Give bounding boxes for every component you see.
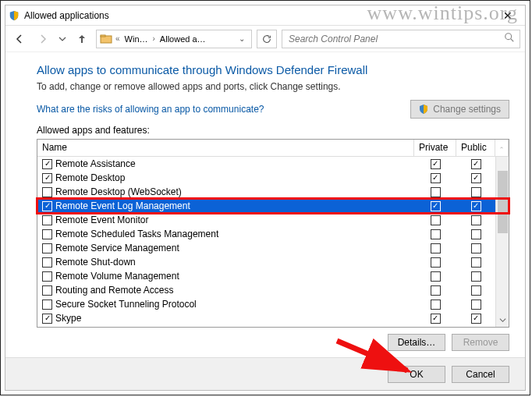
enable-checkbox[interactable]	[42, 159, 52, 169]
close-button[interactable]: ✕	[494, 9, 522, 22]
app-name: Remote Volume Management	[55, 271, 179, 282]
private-checkbox[interactable]	[431, 314, 441, 324]
svg-line-3	[511, 39, 514, 42]
public-checkbox[interactable]	[471, 173, 481, 183]
forward-button[interactable]	[34, 30, 52, 48]
shield-icon	[9, 10, 20, 21]
address-bar[interactable]: « Win… › Allowed a… ⌄	[96, 30, 252, 48]
scrollbar[interactable]	[495, 157, 509, 327]
enable-checkbox[interactable]	[42, 257, 52, 268]
public-checkbox[interactable]	[471, 201, 481, 211]
list-header: Name Private Public	[37, 140, 509, 157]
enable-checkbox[interactable]	[42, 314, 52, 324]
breadcrumb-level2[interactable]: Allowed a…	[158, 34, 207, 44]
public-checkbox[interactable]	[471, 159, 481, 169]
list-item[interactable]: Routing and Remote Access	[37, 283, 509, 297]
private-checkbox[interactable]	[431, 229, 441, 239]
public-checkbox[interactable]	[471, 229, 481, 239]
risk-link[interactable]: What are the risks of allowing an app to…	[37, 104, 264, 115]
list-item[interactable]: Remote Desktop (WebSocket)	[37, 185, 509, 199]
list-item[interactable]: Remote Assistance	[37, 157, 509, 171]
enable-checkbox[interactable]	[42, 201, 52, 211]
window-title: Allowed applications	[24, 10, 109, 21]
list-item[interactable]: Remote Service Management	[37, 241, 509, 255]
private-checkbox[interactable]	[431, 159, 441, 169]
change-settings-button[interactable]: Change settings	[410, 100, 509, 119]
list-item[interactable]: Remote Volume Management	[37, 269, 509, 283]
column-name[interactable]: Name	[37, 140, 414, 156]
enable-checkbox[interactable]	[42, 300, 52, 310]
private-checkbox[interactable]	[431, 215, 441, 225]
public-checkbox[interactable]	[471, 300, 481, 310]
private-checkbox[interactable]	[431, 257, 441, 268]
list-item[interactable]: Remote Shut-down	[37, 255, 509, 269]
list-item[interactable]: Remote Desktop	[37, 171, 509, 185]
enable-checkbox[interactable]	[42, 243, 52, 253]
public-checkbox[interactable]	[471, 314, 481, 324]
column-public[interactable]: Public	[456, 140, 495, 156]
page-heading: Allow apps to communicate through Window…	[37, 63, 509, 76]
enable-checkbox[interactable]	[42, 173, 52, 183]
chevron-left-icon: «	[115, 34, 120, 43]
details-button[interactable]: Details…	[388, 334, 445, 351]
private-checkbox[interactable]	[431, 271, 441, 282]
titlebar: Allowed applications ✕	[5, 5, 525, 26]
private-checkbox[interactable]	[431, 285, 441, 296]
app-name: Remote Event Monitor	[55, 214, 148, 225]
enable-checkbox[interactable]	[42, 187, 52, 197]
shield-icon	[419, 105, 428, 114]
search-input[interactable]	[287, 33, 504, 45]
list-item[interactable]: Remote Event Log Management	[37, 199, 509, 213]
public-checkbox[interactable]	[471, 257, 481, 268]
public-checkbox[interactable]	[471, 215, 481, 225]
app-name: Remote Event Log Management	[55, 200, 190, 211]
enable-checkbox[interactable]	[42, 285, 52, 296]
scroll-up-arrow[interactable]	[495, 140, 509, 156]
firewall-folder-icon	[100, 33, 112, 45]
svg-point-2	[505, 34, 512, 40]
public-checkbox[interactable]	[471, 285, 481, 296]
scrollbar-thumb[interactable]	[498, 171, 508, 233]
list-item[interactable]: Remote Scheduled Tasks Management	[37, 227, 509, 241]
app-name: Secure Socket Tunneling Protocol	[55, 299, 197, 310]
dialog-footer: OK Cancel	[5, 357, 525, 390]
private-checkbox[interactable]	[431, 187, 441, 197]
search-icon[interactable]	[504, 32, 515, 45]
private-checkbox[interactable]	[431, 201, 441, 211]
app-name: Remote Scheduled Tasks Management	[55, 229, 218, 239]
list-item[interactable]: Secure Socket Tunneling Protocol	[37, 297, 509, 311]
breadcrumb-level1[interactable]: Win…	[123, 34, 150, 44]
public-checkbox[interactable]	[471, 271, 481, 282]
app-name: Remote Shut-down	[55, 257, 136, 268]
content-area: Allow apps to communicate through Window…	[5, 52, 525, 351]
navigation-bar: « Win… › Allowed a… ⌄	[5, 26, 525, 52]
svg-rect-1	[101, 35, 105, 37]
allowed-apps-list: Name Private Public Remote AssistanceRem…	[37, 139, 509, 328]
public-checkbox[interactable]	[471, 187, 481, 197]
up-button[interactable]	[73, 30, 91, 48]
address-dropdown[interactable]: ⌄	[236, 34, 248, 43]
back-button[interactable]	[10, 30, 29, 48]
search-box[interactable]	[282, 30, 520, 48]
list-item[interactable]: Remote Event Monitor	[37, 213, 509, 227]
refresh-button[interactable]	[257, 30, 277, 48]
app-name: Remote Desktop (WebSocket)	[55, 186, 182, 197]
recent-locations-dropdown[interactable]	[57, 30, 68, 48]
app-name: Routing and Remote Access	[55, 285, 173, 296]
list-item[interactable]: Skype	[37, 311, 509, 325]
enable-checkbox[interactable]	[42, 229, 52, 239]
app-name: Skype	[55, 313, 81, 324]
remove-button[interactable]: Remove	[452, 334, 509, 351]
public-checkbox[interactable]	[471, 243, 481, 253]
ok-button[interactable]: OK	[388, 366, 445, 383]
app-name: Remote Assistance	[55, 158, 136, 169]
scroll-down-arrow[interactable]	[496, 314, 509, 327]
enable-checkbox[interactable]	[42, 271, 52, 282]
column-private[interactable]: Private	[414, 140, 456, 156]
window-allowed-applications: Allowed applications ✕ « Win… › Allowed …	[5, 5, 526, 391]
private-checkbox[interactable]	[431, 300, 441, 310]
private-checkbox[interactable]	[431, 243, 441, 253]
cancel-button[interactable]: Cancel	[452, 366, 509, 383]
private-checkbox[interactable]	[431, 173, 441, 183]
enable-checkbox[interactable]	[42, 215, 52, 225]
